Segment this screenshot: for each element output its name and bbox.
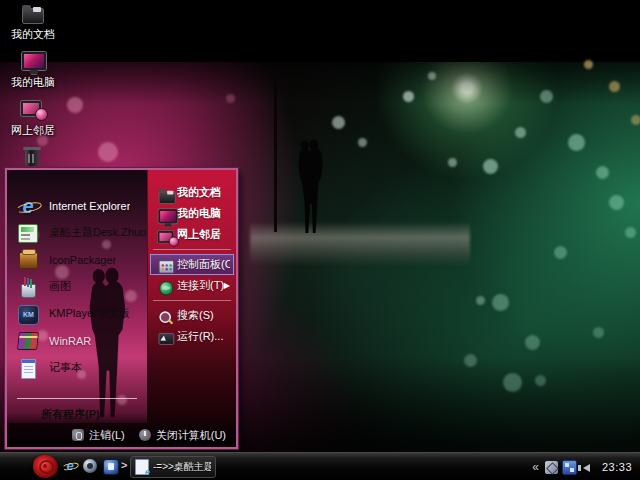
bokeh-light: [568, 134, 585, 151]
bokeh-light: [358, 138, 367, 147]
menu-divider: [153, 300, 231, 301]
menu-item-control-panel[interactable]: 控制面板(C): [150, 254, 234, 275]
menu-item-notepad[interactable]: 记事本: [7, 354, 147, 381]
bokeh-light: [525, 335, 540, 350]
notepad-icon: [16, 357, 40, 379]
bokeh-light: [625, 227, 636, 238]
menu-item-connect-to[interactable]: 连接到(T) ▶: [150, 275, 234, 296]
browser-window-icon: [103, 459, 119, 475]
start-menu-program-list: e Internet Explorer 桌酷主题Desk.Zhuoku.Com …: [7, 170, 147, 381]
bokeh-light: [428, 72, 436, 80]
media-player-icon: [83, 459, 97, 473]
tray-collapse-chevron[interactable]: «: [532, 460, 539, 474]
all-programs-button[interactable]: 所有程序(P): [7, 399, 147, 422]
bokeh-light: [448, 158, 457, 167]
desktop-icon-list: 我的文档 我的电脑 网上邻居: [2, 2, 64, 180]
menu-item-winrar[interactable]: WinRAR: [7, 327, 147, 354]
bokeh-light: [98, 142, 118, 162]
bokeh-light: [332, 116, 345, 129]
turn-off-label: 关闭计算机(U): [156, 428, 226, 443]
power-icon: [139, 429, 151, 441]
desktop-icon-my-computer[interactable]: 我的电脑: [2, 50, 64, 88]
desktop-icon-recycle-bin[interactable]: [2, 146, 64, 170]
turn-off-computer-button[interactable]: 关闭计算机(U): [139, 428, 226, 443]
run-icon: [157, 330, 171, 342]
menu-item-run[interactable]: 运行(R)...: [150, 326, 234, 347]
bokeh-light: [515, 127, 526, 138]
my-computer-monitor-icon: [20, 50, 46, 74]
my-documents-folder-icon: [20, 2, 46, 26]
menu-item-network-places[interactable]: 网上邻居: [150, 224, 234, 245]
taskbar-clock: 23:33: [602, 461, 632, 473]
bokeh-light: [403, 91, 414, 102]
menu-item-paint[interactable]: 画图: [7, 273, 147, 300]
menu-item-search[interactable]: 搜索(S): [150, 305, 234, 326]
menu-item-internet-explorer[interactable]: e Internet Explorer: [7, 192, 147, 219]
desktop-icon-my-documents[interactable]: 我的文档: [2, 2, 64, 40]
bokeh-light: [67, 97, 83, 113]
start-menu: e Internet Explorer 桌酷主题Desk.Zhuoku.Com …: [5, 168, 238, 449]
kmplayer-icon: KM: [16, 303, 40, 325]
ie-document-icon: [135, 459, 149, 475]
bokeh-light: [584, 60, 593, 69]
menu-item-kmplayer[interactable]: KM KMPlayer中文版: [7, 300, 147, 327]
desktop-icon-network-places[interactable]: 网上邻居: [2, 98, 64, 136]
start-menu-right-panel: 我的文档 我的电脑 网上邻居 控制面板(C) 连接到(T) ▶: [147, 170, 236, 423]
input-method-icon[interactable]: [545, 461, 558, 474]
quick-launch-overflow-chevron[interactable]: >: [121, 459, 127, 471]
desktop-icon-label: 我的电脑: [2, 76, 64, 88]
log-off-icon: [72, 429, 84, 441]
bokeh-light: [483, 159, 498, 174]
system-tray: « 23:33: [532, 453, 640, 480]
connect-globe-icon: [157, 279, 171, 291]
bokeh-light: [535, 375, 546, 386]
bokeh-light: [631, 115, 640, 125]
menu-item-zhuoku-theme[interactable]: 桌酷主题Desk.Zhuoku.Com: [7, 219, 147, 246]
street-road: [250, 222, 470, 266]
bokeh-light: [226, 94, 235, 103]
quick-launch-media-player[interactable]: [82, 458, 99, 475]
documents-folder-icon: [157, 186, 171, 198]
zhuoku-theme-app-icon: [16, 222, 40, 244]
menu-divider: [153, 249, 231, 250]
search-magnifier-icon: [157, 309, 171, 321]
winrar-icon: [16, 330, 40, 352]
task-button-label: -=>>桌酷主题 - Mic...: [153, 460, 211, 474]
bokeh-light: [596, 166, 609, 179]
kissing-couple-silhouette: [291, 136, 331, 236]
desktop-icon-label: 我的文档: [2, 28, 64, 40]
quick-launch-internet-explorer[interactable]: e: [62, 458, 79, 475]
bokeh-light: [554, 246, 567, 259]
recycle-bin-icon: [20, 146, 46, 170]
iconpackager-icon: [16, 249, 40, 271]
bokeh-light: [609, 195, 624, 210]
menu-item-my-documents[interactable]: 我的文档: [150, 182, 234, 203]
log-off-button[interactable]: 注销(L): [72, 428, 124, 443]
volume-icon[interactable]: [581, 461, 594, 474]
start-menu-bottom-bar: 注销(L) 关闭计算机(U): [7, 423, 236, 447]
internet-explorer-icon: e: [16, 195, 40, 217]
menu-item-iconpackager[interactable]: IconPackager: [7, 246, 147, 273]
lamp-pole: [274, 80, 277, 232]
start-menu-left-panel: e Internet Explorer 桌酷主题Desk.Zhuoku.Com …: [7, 170, 147, 423]
bokeh-light: [492, 294, 509, 311]
bokeh-light: [540, 90, 553, 103]
bokeh-light: [464, 354, 477, 367]
bokeh-light: [593, 327, 604, 338]
computer-monitor-icon: [157, 207, 171, 219]
network-globe-icon: [157, 228, 171, 240]
menu-item-my-computer[interactable]: 我的电脑: [150, 203, 234, 224]
quick-launch-browser[interactable]: [102, 458, 119, 475]
bokeh-light: [476, 296, 485, 305]
taskbar: e > -=>>桌酷主题 - Mic... « 23:33: [0, 452, 640, 480]
control-panel-icon: [157, 258, 171, 270]
log-off-label: 注销(L): [89, 428, 124, 443]
bokeh-light: [609, 81, 620, 92]
submenu-arrow-icon: ▶: [224, 281, 230, 290]
network-tray-icon[interactable]: [562, 460, 577, 475]
desktop: 我的文档 我的电脑 网上邻居: [0, 0, 640, 480]
paint-icon: [16, 276, 40, 298]
start-button-rose-icon[interactable]: [33, 455, 58, 478]
bokeh-light: [503, 373, 522, 392]
task-button-zhuoku-theme[interactable]: -=>>桌酷主题 - Mic...: [130, 456, 216, 478]
